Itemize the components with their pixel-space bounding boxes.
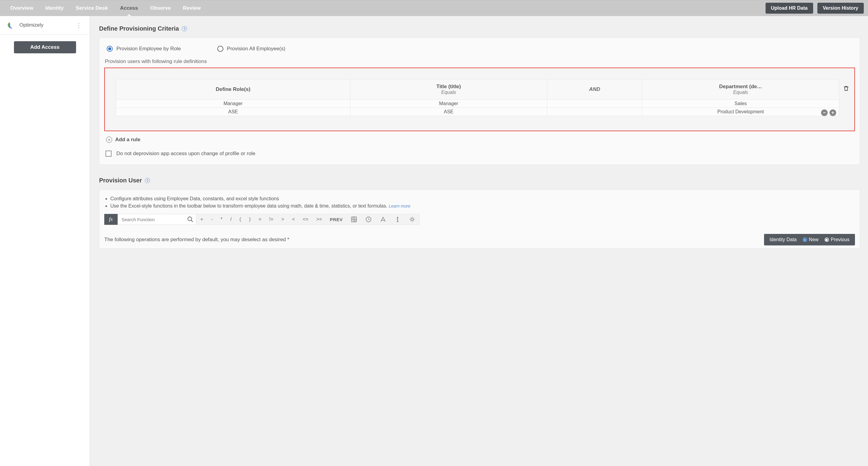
radio-unselected-icon [217, 46, 223, 52]
search-icon[interactable] [187, 216, 194, 223]
function-toolbar: fx + - * / ( ) = [104, 214, 855, 225]
add-row-button[interactable]: + [830, 110, 836, 116]
checkbox-unchecked[interactable] [105, 151, 112, 157]
section-title-provision-user: Provision User ? [99, 177, 860, 184]
search-function-wrapper [118, 214, 196, 225]
add-rule-button[interactable]: + Add a rule [104, 137, 855, 143]
rules-table: Define Role(s) Title (title) Equals AND [116, 79, 839, 116]
svg-line-1 [191, 220, 193, 222]
sidebar: Optimizely ⋮ Add Access [0, 16, 90, 466]
search-function-input[interactable] [118, 214, 196, 224]
operator-greater-equal[interactable]: >= [312, 214, 326, 224]
tab-service-desk[interactable]: Service Desk [70, 0, 114, 17]
operator-close-paren[interactable]: ) [245, 214, 255, 224]
cell-title[interactable]: ASE [350, 108, 547, 116]
add-access-button[interactable]: Add Access [14, 41, 76, 53]
delete-rule-icon[interactable] [842, 85, 850, 92]
tab-access[interactable]: Access [114, 0, 144, 17]
app-selector-row[interactable]: Optimizely ⋮ [0, 16, 90, 35]
cell-and [547, 100, 642, 108]
operator-divide[interactable]: / [226, 214, 236, 224]
instruction-list: Configure attributes using Employee Data… [104, 195, 855, 210]
nav-tabs: Overview Identity Service Desk Access Ob… [4, 0, 207, 17]
identity-data-label: Identity Data [770, 237, 797, 242]
misc-functions-icon[interactable] [405, 214, 420, 224]
table-row: Manager Manager Sales [116, 100, 839, 108]
column-header-and: AND [547, 80, 642, 100]
provision-mode-radio-group: Provision Employee by Role Provision All… [104, 46, 855, 52]
column-header-role: Define Role(s) [116, 80, 350, 100]
cell-role[interactable]: ASE [116, 108, 350, 116]
radio-unselected-icon [825, 238, 829, 242]
text-functions-icon[interactable] [376, 214, 390, 224]
footer-text: The following operations are performed b… [104, 237, 758, 243]
radio-provision-all[interactable]: Provision All Employee(s) [217, 46, 285, 52]
plus-circle-icon: + [106, 137, 112, 143]
tab-overview[interactable]: Overview [4, 0, 39, 17]
cell-role[interactable]: Manager [116, 100, 350, 108]
help-icon[interactable]: ? [145, 178, 150, 183]
cell-department[interactable]: Sales [642, 100, 839, 108]
rules-definition-box: Define Role(s) Title (title) Equals AND [104, 68, 855, 131]
tab-observe[interactable]: Observe [144, 0, 177, 17]
prev-button[interactable]: PREV [326, 214, 347, 224]
identity-radio-previous[interactable]: Previous [825, 237, 849, 242]
operator-plus[interactable]: + [196, 214, 207, 224]
svg-line-13 [369, 219, 370, 220]
instruction-item: Use the Excel-style functions in the too… [110, 203, 855, 210]
info-functions-icon[interactable] [390, 214, 405, 224]
instruction-item: Configure attributes using Employee Data… [110, 195, 855, 203]
math-functions-icon[interactable] [347, 214, 361, 224]
optimizely-logo-icon [5, 20, 15, 30]
operator-less[interactable]: < [288, 214, 299, 224]
operator-strip: + - * / ( ) = != > < <= >= PREV [196, 214, 420, 225]
cell-department[interactable]: Product Development [642, 108, 839, 116]
provision-user-heading: Provision User [99, 177, 142, 184]
radio-selected-icon [803, 238, 807, 242]
add-rule-label: Add a rule [115, 137, 140, 143]
upload-hr-data-button[interactable]: Upload HR Data [766, 3, 813, 13]
top-navigation-bar: Overview Identity Service Desk Access Ob… [0, 0, 868, 16]
criteria-heading: Define Provisioning Criteria [99, 25, 179, 32]
version-history-button[interactable]: Version History [817, 3, 864, 13]
column-header-title[interactable]: Title (title) Equals [350, 80, 547, 100]
operator-not-equals[interactable]: != [265, 214, 277, 224]
radio-label: Provision Employee by Role [116, 46, 181, 52]
tab-review[interactable]: Review [177, 0, 207, 17]
cell-title[interactable]: Manager [350, 100, 547, 108]
identity-data-bar: Identity Data New Previous [764, 234, 855, 245]
time-functions-icon[interactable] [361, 214, 376, 224]
operator-less-equal[interactable]: <= [299, 214, 312, 224]
table-row: ASE ASE Product Development [116, 108, 839, 116]
help-icon[interactable]: ? [182, 26, 187, 31]
operator-greater[interactable]: > [277, 214, 288, 224]
tab-identity[interactable]: Identity [39, 0, 70, 17]
remove-row-button[interactable]: − [821, 110, 828, 116]
section-title-criteria: Define Provisioning Criteria ? [99, 25, 860, 32]
column-header-department[interactable]: Department (de… Equals [642, 80, 839, 100]
deprovision-checkbox-row: Do not deprovision app access upon chang… [104, 151, 855, 157]
svg-point-0 [188, 217, 192, 221]
svg-point-14 [397, 217, 398, 218]
provision-user-panel: Configure attributes using Employee Data… [99, 189, 860, 249]
kebab-menu-icon[interactable]: ⋮ [73, 21, 84, 29]
learn-more-link[interactable]: Learn more [389, 204, 411, 209]
row-action-buttons: − + [821, 110, 836, 116]
operator-multiply[interactable]: * [217, 214, 226, 224]
provision-footer-row: The following operations are performed b… [104, 234, 855, 245]
operator-equals[interactable]: = [255, 214, 265, 224]
operator-open-paren[interactable]: ( [236, 214, 245, 224]
radio-label: Provision All Employee(s) [227, 46, 285, 52]
identity-radio-new[interactable]: New [803, 237, 818, 242]
radio-selected-icon [107, 46, 113, 52]
operator-minus[interactable]: - [207, 214, 216, 224]
criteria-panel: Provision Employee by Role Provision All… [99, 38, 860, 165]
rule-definition-label: Provision users with following rule defi… [104, 59, 855, 65]
checkbox-label: Do not deprovision app access upon chang… [116, 151, 255, 157]
svg-point-18 [411, 218, 413, 220]
main-content: Define Provisioning Criteria ? Provision… [90, 16, 868, 466]
cell-and [547, 108, 642, 116]
fx-label: fx [104, 214, 118, 225]
radio-provision-by-role[interactable]: Provision Employee by Role [107, 46, 181, 52]
app-name-label: Optimizely [20, 22, 69, 28]
